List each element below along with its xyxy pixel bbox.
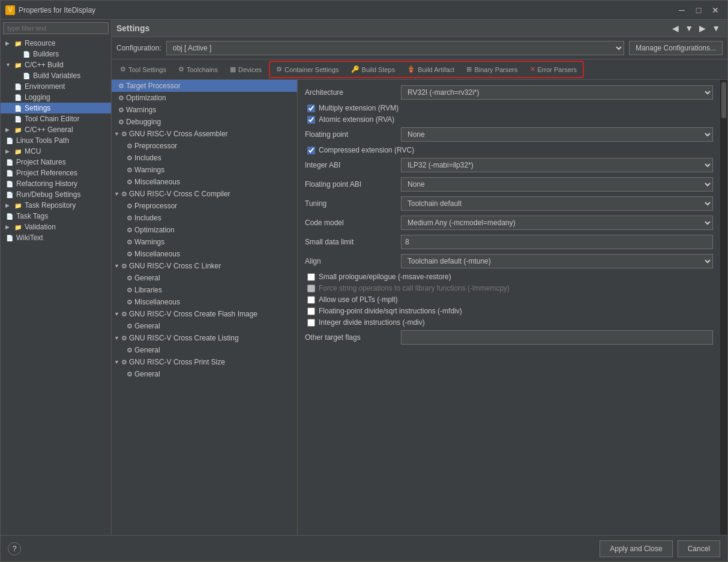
sidebar-item-mcu[interactable]: ▶ 📁 MCU <box>1 146 111 157</box>
nav-menu-button[interactable]: ▼ <box>709 22 723 34</box>
allow-plt-checkbox[interactable] <box>307 296 315 304</box>
leaf-icon: 📄 <box>5 136 14 145</box>
tab-build-steps[interactable]: 🔑 Build Steps <box>345 62 402 77</box>
sidebar-item-settings[interactable]: 📄 Settings <box>1 103 111 113</box>
tool-tree-item-general-print[interactable]: ⚙ General <box>112 368 297 380</box>
manage-configurations-button[interactable]: Manage Configurations... <box>629 41 723 55</box>
sidebar-item-label: Validation <box>25 223 56 231</box>
tool-tree-item-warnings[interactable]: ⚙ Warnings <box>112 104 297 116</box>
tab-devices[interactable]: ▦ Devices <box>224 62 268 77</box>
tool-tree-item-libraries[interactable]: ⚙ Libraries <box>112 284 297 296</box>
tool-settings-icon: ⚙ <box>120 65 126 73</box>
sidebar-item-logging[interactable]: 📄 Logging <box>1 92 111 103</box>
forward-button[interactable]: ▶ <box>697 22 708 34</box>
sidebar-item-run-debug[interactable]: 📄 Run/Debug Settings <box>1 189 111 200</box>
tool-tree-item-gnu-print[interactable]: ▼ ⚙ GNU RISC-V Cross Print Size <box>112 356 297 368</box>
item-label: Miscellaneous <box>134 178 180 186</box>
tab-binary-parsers[interactable]: ⊞ Binary Parsers <box>460 62 523 77</box>
cancel-button[interactable]: Cancel <box>678 540 720 557</box>
tool-tree-item-gnu-assembler[interactable]: ▼ ⚙ GNU RISC-V Cross Assembler <box>112 128 297 140</box>
sidebar-item-builders[interactable]: 📄 Builders <box>1 49 111 59</box>
small-data-limit-input[interactable] <box>401 235 713 249</box>
tool-tree-item-preprocessor-1[interactable]: ⚙ Preprocessor <box>112 140 297 152</box>
tool-tree-item-miscellaneous-3[interactable]: ⚙ Miscellaneous <box>112 296 297 308</box>
maximize-button[interactable]: □ <box>691 3 706 17</box>
integer-abi-select[interactable]: ILP32 (-mabi=ilp32*) <box>401 158 713 172</box>
sidebar-item-resource[interactable]: ▶ 📁 Resource <box>1 38 111 49</box>
other-target-flags-input[interactable] <box>401 330 713 345</box>
filter-input[interactable] <box>3 22 109 34</box>
tool-tree-item-optimization[interactable]: ⚙ Optimization <box>112 92 297 104</box>
tab-error-parsers[interactable]: ✕ Error Parsers <box>524 62 583 77</box>
close-button[interactable]: ✕ <box>708 3 723 17</box>
sidebar-item-refactoring-history[interactable]: 📄 Refactoring History <box>1 178 111 189</box>
config-select[interactable]: obj [ Active ] <box>166 41 624 55</box>
nav-dropdown-button[interactable]: ▼ <box>682 22 696 34</box>
tool-tree-item-includes-2[interactable]: ⚙ Includes <box>112 212 297 224</box>
help-button[interactable]: ? <box>8 542 21 555</box>
compressed-checkbox[interactable] <box>307 147 315 154</box>
gear-icon: ⚙ <box>125 213 134 223</box>
arrow-icon: ▶ <box>5 148 11 154</box>
sidebar-item-linux-tools[interactable]: 📄 Linux Tools Path <box>1 135 111 146</box>
tool-tree-item-debugging[interactable]: ⚙ Debugging <box>112 116 297 128</box>
sidebar-item-task-repository[interactable]: ▶ 📁 Task Repository <box>1 200 111 211</box>
back-button[interactable]: ◀ <box>670 22 681 34</box>
sidebar-item-environment[interactable]: 📄 Environment <box>1 81 111 92</box>
floating-point-abi-select[interactable]: None <box>401 177 713 192</box>
apply-close-button[interactable]: Apply and Close <box>600 540 672 557</box>
sidebar-item-project-natures[interactable]: 📄 Project Natures <box>1 157 111 168</box>
tool-tree-item-target-processor[interactable]: ⚙ Target Processor <box>112 80 297 92</box>
floating-point-select[interactable]: None <box>401 127 713 142</box>
vertical-scrollbar[interactable] <box>720 80 727 535</box>
tool-tree-item-miscellaneous-1[interactable]: ⚙ Miscellaneous <box>112 176 297 188</box>
tab-container-settings[interactable]: ⚙ Container Settings <box>270 62 345 77</box>
tool-tree-item-preprocessor-2[interactable]: ⚙ Preprocessor <box>112 200 297 212</box>
sidebar-item-tool-chain-editor[interactable]: 📄 Tool Chain Editor <box>1 113 111 124</box>
tool-tree-item-miscellaneous-2[interactable]: ⚙ Miscellaneous <box>112 248 297 260</box>
atomic-checkbox[interactable] <box>307 116 315 124</box>
align-select[interactable]: Toolchain default (-mtune) <box>401 254 713 268</box>
tool-tree-item-general-listing[interactable]: ⚙ General <box>112 344 297 356</box>
code-model-select[interactable]: Medium Any (-mcmodel=medany) <box>401 216 713 230</box>
tool-tree-item-general-linker[interactable]: ⚙ General <box>112 272 297 284</box>
tool-tree-item-gnu-c-linker[interactable]: ▼ ⚙ GNU RISC-V Cross C Linker <box>112 260 297 272</box>
sidebar-item-cpp-general[interactable]: ▶ 📁 C/C++ General <box>1 124 111 135</box>
sidebar-item-project-references[interactable]: 📄 Project References <box>1 168 111 178</box>
tabs-container: ⚙ Tool Settings ⚙ Toolchains ▦ Devices <box>112 59 727 80</box>
tool-tree-item-general-flash[interactable]: ⚙ General <box>112 320 297 332</box>
architecture-row: Architecture RV32I (-march=rv32i*) <box>305 85 713 100</box>
tool-tree-item-includes-1[interactable]: ⚙ Includes <box>112 152 297 164</box>
multiply-label: Multiply extension (RVM) <box>319 104 399 112</box>
window-icon: V <box>5 5 15 15</box>
sidebar-item-build-variables[interactable]: 📄 Build Variables <box>1 70 111 81</box>
small-data-limit-row: Small data limit <box>305 234 713 250</box>
multiply-checkbox[interactable] <box>307 104 315 112</box>
titlebar: V Properties for IteDisplay ─ □ ✕ <box>1 1 727 20</box>
tool-tree-item-warnings-1[interactable]: ⚙ Warnings <box>112 164 297 176</box>
tool-tree-item-gnu-flash[interactable]: ▼ ⚙ GNU RISC-V Cross Create Flash Image <box>112 308 297 320</box>
tool-tree-item-gnu-listing[interactable]: ▼ ⚙ GNU RISC-V Cross Create Listing <box>112 332 297 344</box>
tool-tree-item-optimization-2[interactable]: ⚙ Optimization <box>112 224 297 236</box>
int-divide-checkbox[interactable] <box>307 319 315 327</box>
small-prologue-checkbox[interactable] <box>307 273 315 281</box>
sidebar-item-validation[interactable]: ▶ 📁 Validation <box>1 222 111 232</box>
tool-tree-item-gnu-c-compiler[interactable]: ▼ ⚙ GNU RISC-V Cross C Compiler <box>112 188 297 200</box>
tab-label: Tool Settings <box>128 66 166 73</box>
expand-arrow-icon: ▼ <box>114 131 119 137</box>
fp-divide-checkbox[interactable] <box>307 307 315 315</box>
architecture-select[interactable]: RV32I (-march=rv32i*) <box>401 85 713 100</box>
tab-toolchains[interactable]: ⚙ Toolchains <box>172 62 224 77</box>
tab-build-artifact[interactable]: 🏺 Build Artifact <box>401 62 460 77</box>
sidebar-item-cpp-build[interactable]: ▼ 📁 C/C++ Build <box>1 59 111 70</box>
expand-arrow-icon: ▼ <box>114 191 119 197</box>
tuning-select[interactable]: Toolchain default <box>401 196 713 211</box>
integer-abi-label: Integer ABI <box>305 161 401 169</box>
arrow-icon: ▶ <box>5 202 11 208</box>
tool-tree-item-warnings-2[interactable]: ⚙ Warnings <box>112 236 297 248</box>
force-string-checkbox[interactable] <box>307 285 315 292</box>
tab-tool-settings[interactable]: ⚙ Tool Settings <box>114 62 172 77</box>
sidebar-item-wikitext[interactable]: 📄 WikiText <box>1 232 111 243</box>
minimize-button[interactable]: ─ <box>675 3 689 17</box>
sidebar-item-task-tags[interactable]: 📄 Task Tags <box>1 211 111 222</box>
